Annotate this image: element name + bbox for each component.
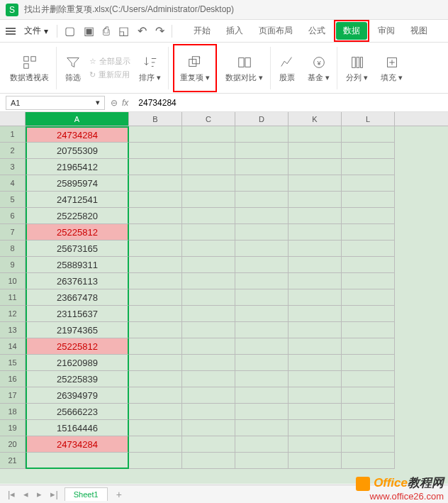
col-header-a[interactable]: A xyxy=(26,112,129,126)
cell[interactable] xyxy=(289,224,342,241)
row-header[interactable]: 12 xyxy=(0,306,26,322)
cell[interactable] xyxy=(289,192,342,208)
cell[interactable] xyxy=(342,192,395,208)
row-header[interactable]: 17 xyxy=(0,387,26,404)
cell[interactable] xyxy=(289,273,342,289)
cell[interactable] xyxy=(129,143,182,159)
row-header[interactable]: 1 xyxy=(0,126,26,143)
cell[interactable] xyxy=(342,306,395,322)
cell[interactable] xyxy=(129,289,182,306)
cell[interactable]: 20755309 xyxy=(26,143,129,159)
cell[interactable] xyxy=(182,257,235,273)
cell[interactable] xyxy=(129,224,182,241)
cell[interactable] xyxy=(289,306,342,322)
stock-button[interactable]: 股票 xyxy=(275,47,299,89)
row-header[interactable]: 11 xyxy=(0,289,26,306)
row-header[interactable]: 14 xyxy=(0,338,26,355)
cell[interactable] xyxy=(235,338,289,355)
cell[interactable] xyxy=(289,159,342,175)
col-header-b[interactable]: B xyxy=(129,112,182,126)
cell[interactable] xyxy=(129,355,182,371)
compare-button[interactable]: 数据对比 ▾ xyxy=(221,47,271,89)
cell[interactable] xyxy=(129,208,182,224)
tab-insert[interactable]: 插入 xyxy=(219,22,250,40)
cell[interactable] xyxy=(289,322,342,338)
cell[interactable] xyxy=(342,322,395,338)
first-sheet-icon[interactable]: |◂ xyxy=(6,489,17,499)
cell[interactable] xyxy=(182,453,235,469)
cell[interactable] xyxy=(342,208,395,224)
cell[interactable] xyxy=(182,241,235,257)
cell[interactable] xyxy=(235,289,289,306)
cell[interactable] xyxy=(342,175,395,192)
cell[interactable] xyxy=(182,404,235,420)
cell[interactable] xyxy=(182,175,235,192)
tab-start[interactable]: 开始 xyxy=(186,22,218,40)
cell[interactable] xyxy=(289,404,342,420)
cell[interactable] xyxy=(342,257,395,273)
cell[interactable] xyxy=(235,355,289,371)
row-header[interactable]: 15 xyxy=(0,355,26,371)
select-all-corner[interactable] xyxy=(0,112,26,126)
col-header-c[interactable]: C xyxy=(182,112,235,126)
cell[interactable] xyxy=(182,371,235,387)
cell[interactable] xyxy=(289,355,342,371)
cell[interactable] xyxy=(129,126,182,143)
cell[interactable]: 25889311 xyxy=(26,257,129,273)
cell[interactable] xyxy=(129,453,182,469)
cell[interactable] xyxy=(129,436,182,453)
cell[interactable] xyxy=(129,404,182,420)
row-header[interactable]: 8 xyxy=(0,241,26,257)
row-header[interactable]: 21 xyxy=(0,453,26,469)
cell[interactable] xyxy=(342,371,395,387)
row-header[interactable]: 13 xyxy=(0,322,26,338)
cell[interactable] xyxy=(289,208,342,224)
cell[interactable] xyxy=(342,159,395,175)
last-sheet-icon[interactable]: ▸| xyxy=(48,489,60,499)
row-header[interactable]: 10 xyxy=(0,273,26,289)
cell[interactable] xyxy=(342,241,395,257)
cell[interactable] xyxy=(26,453,129,469)
cell[interactable] xyxy=(182,322,235,338)
cell[interactable]: 21965412 xyxy=(26,159,129,175)
cell[interactable] xyxy=(129,192,182,208)
cell[interactable] xyxy=(182,224,235,241)
cell[interactable] xyxy=(129,257,182,273)
row-header[interactable]: 5 xyxy=(0,192,26,208)
cell[interactable] xyxy=(235,208,289,224)
cell[interactable] xyxy=(182,126,235,143)
cell[interactable] xyxy=(342,355,395,371)
cell[interactable] xyxy=(342,289,395,306)
cell[interactable] xyxy=(182,436,235,453)
fill-button[interactable]: 填充 ▾ xyxy=(376,47,407,89)
cell[interactable] xyxy=(182,192,235,208)
cell[interactable] xyxy=(182,306,235,322)
tab-review[interactable]: 审阅 xyxy=(371,22,402,40)
tab-view[interactable]: 视图 xyxy=(403,22,435,40)
tab-data[interactable]: 数据 xyxy=(336,22,367,40)
cell[interactable] xyxy=(289,420,342,436)
cell[interactable] xyxy=(235,420,289,436)
filter-button[interactable]: 筛选 xyxy=(61,47,85,89)
cell[interactable] xyxy=(182,159,235,175)
cell[interactable] xyxy=(129,420,182,436)
fx-label[interactable]: fx xyxy=(122,98,128,108)
pivot-button[interactable]: 数据透视表 xyxy=(6,47,57,89)
cell[interactable] xyxy=(129,338,182,355)
cell[interactable] xyxy=(235,257,289,273)
show-all-button[interactable]: ☆ 全部显示 xyxy=(89,56,130,67)
file-menu[interactable]: 文件 ▾ xyxy=(21,23,51,38)
cell[interactable]: 21974365 xyxy=(26,322,129,338)
col-header-k[interactable]: K xyxy=(289,112,342,126)
row-header[interactable]: 4 xyxy=(0,175,26,192)
prev-sheet-icon[interactable]: ◂ xyxy=(21,489,30,499)
cell[interactable] xyxy=(235,306,289,322)
tab-layout[interactable]: 页面布局 xyxy=(252,22,300,40)
row-header[interactable]: 16 xyxy=(0,371,26,387)
cell[interactable]: 24712541 xyxy=(26,192,129,208)
cell[interactable]: 24734284 xyxy=(26,436,129,453)
cell[interactable] xyxy=(289,338,342,355)
duplicates-button[interactable]: 重复项 ▾ xyxy=(176,47,214,89)
next-sheet-icon[interactable]: ▸ xyxy=(35,489,44,499)
cell[interactable] xyxy=(289,289,342,306)
